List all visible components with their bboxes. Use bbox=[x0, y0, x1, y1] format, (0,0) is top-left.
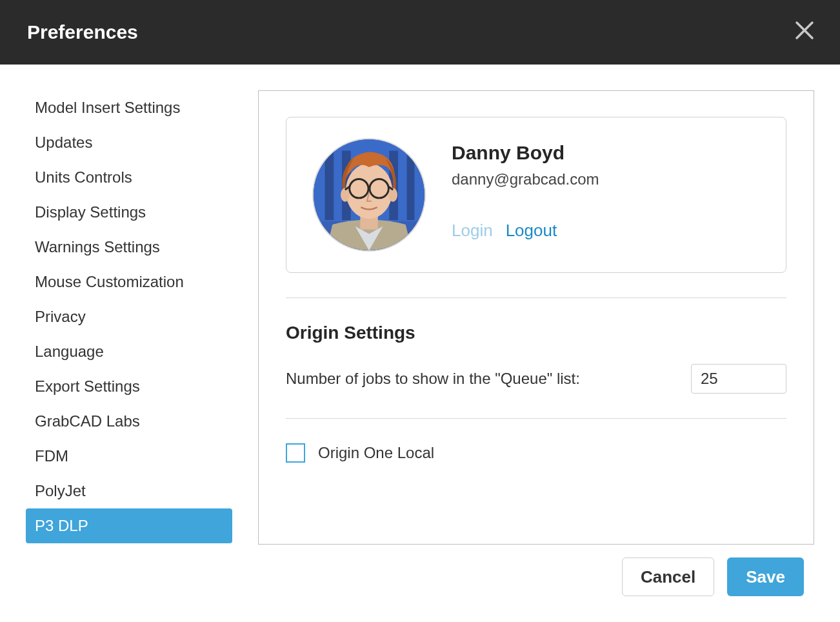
close-button[interactable] bbox=[790, 15, 819, 50]
svg-point-11 bbox=[341, 188, 350, 202]
sidebar-item-mouse-customization[interactable]: Mouse Customization bbox=[26, 265, 232, 299]
login-link: Login bbox=[452, 221, 493, 241]
divider bbox=[286, 297, 786, 298]
svg-point-12 bbox=[388, 188, 397, 202]
dialog-body: Model Insert Settings Updates Units Cont… bbox=[0, 65, 840, 545]
sidebar-item-polyjet[interactable]: PolyJet bbox=[26, 474, 232, 508]
sidebar: Model Insert Settings Updates Units Cont… bbox=[26, 90, 232, 545]
sidebar-item-language[interactable]: Language bbox=[26, 334, 232, 369]
sidebar-item-fdm[interactable]: FDM bbox=[26, 439, 232, 474]
sidebar-item-model-insert-settings[interactable]: Model Insert Settings bbox=[26, 90, 232, 125]
cancel-button[interactable]: Cancel bbox=[622, 557, 714, 596]
origin-settings-title: Origin Settings bbox=[286, 323, 786, 343]
account-links: Login Logout bbox=[452, 221, 599, 241]
jobs-count-input[interactable] bbox=[691, 364, 786, 394]
avatar bbox=[312, 138, 426, 252]
origin-one-local-label: Origin One Local bbox=[318, 444, 434, 462]
origin-one-local-row: Origin One Local bbox=[286, 443, 786, 463]
sidebar-item-units-controls[interactable]: Units Controls bbox=[26, 160, 232, 195]
avatar-image bbox=[314, 139, 425, 250]
dialog-header: Preferences bbox=[0, 0, 840, 65]
content-panel: Danny Boyd danny@grabcad.com Login Logou… bbox=[258, 90, 814, 545]
svg-rect-8 bbox=[407, 151, 415, 221]
close-icon bbox=[795, 21, 814, 40]
jobs-field-row: Number of jobs to show in the "Queue" li… bbox=[286, 364, 786, 394]
logout-link[interactable]: Logout bbox=[506, 221, 557, 241]
account-name: Danny Boyd bbox=[452, 142, 599, 164]
origin-one-local-checkbox[interactable] bbox=[286, 443, 305, 463]
sidebar-item-p3-dlp[interactable]: P3 DLP bbox=[26, 508, 232, 543]
sidebar-item-export-settings[interactable]: Export Settings bbox=[26, 369, 232, 404]
sidebar-item-warnings-settings[interactable]: Warnings Settings bbox=[26, 230, 232, 265]
account-email: danny@grabcad.com bbox=[452, 170, 599, 188]
account-info: Danny Boyd danny@grabcad.com Login Logou… bbox=[452, 138, 599, 241]
dialog-footer: Cancel Save bbox=[0, 545, 840, 622]
svg-rect-5 bbox=[325, 151, 334, 221]
save-button[interactable]: Save bbox=[727, 557, 804, 596]
sidebar-item-updates[interactable]: Updates bbox=[26, 125, 232, 160]
divider bbox=[286, 418, 786, 419]
sidebar-item-display-settings[interactable]: Display Settings bbox=[26, 195, 232, 230]
preferences-dialog: Preferences Model Insert Settings Update… bbox=[0, 0, 840, 622]
sidebar-item-privacy[interactable]: Privacy bbox=[26, 299, 232, 334]
sidebar-item-grabcad-labs[interactable]: GrabCAD Labs bbox=[26, 404, 232, 439]
jobs-field-label: Number of jobs to show in the "Queue" li… bbox=[286, 370, 580, 388]
account-card: Danny Boyd danny@grabcad.com Login Logou… bbox=[286, 117, 786, 273]
dialog-title: Preferences bbox=[27, 21, 138, 43]
